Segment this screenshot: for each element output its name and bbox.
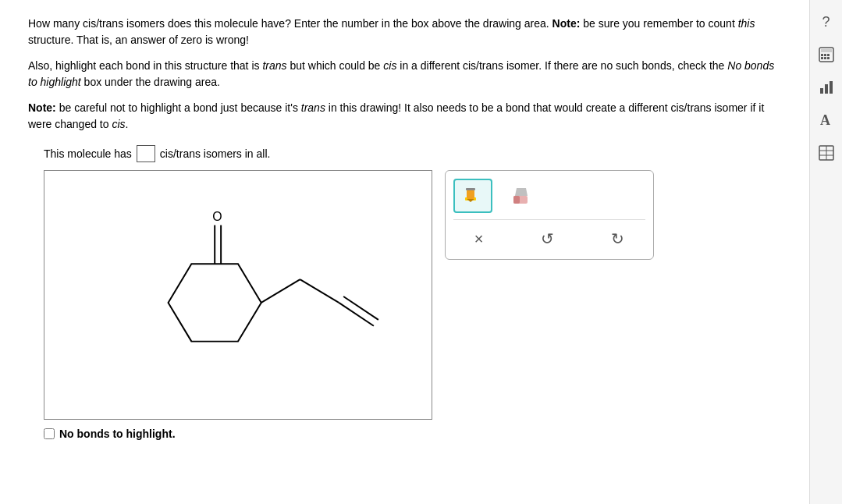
- svg-text:A: A: [820, 112, 830, 128]
- svg-line-4: [261, 279, 300, 303]
- para2-text-2: but which could be: [287, 59, 384, 72]
- this-italic: this: [738, 17, 755, 30]
- question-sidebar-icon[interactable]: ?: [812, 8, 840, 36]
- svg-rect-25: [830, 81, 833, 94]
- svg-rect-16: [821, 49, 832, 52]
- molecule-section: This molecule has cis/trans isomers in a…: [44, 145, 783, 440]
- toolbar-top-row: [453, 179, 645, 213]
- svg-rect-19: [827, 54, 830, 56]
- paragraph-1: How many cis/trans isomers does this mol…: [28, 16, 783, 48]
- toolbar-bottom-row: × ↺ ↻: [453, 219, 645, 251]
- para2-text-4: box under the drawing area.: [81, 76, 220, 88]
- para1-note: be sure you remember to count: [580, 17, 737, 30]
- paragraph-3: Note: be careful not to highlight a bond…: [28, 100, 783, 133]
- isomer-prefix: This molecule has: [44, 147, 132, 160]
- svg-rect-11: [466, 188, 475, 190]
- highlight-icon: [462, 185, 484, 207]
- svg-marker-0: [169, 264, 261, 341]
- para2-text-1: Also, highlight each bond in this struct…: [28, 59, 262, 72]
- note-label-2: Note:: [28, 101, 56, 114]
- isomer-count-input[interactable]: [137, 145, 155, 162]
- text-icon: A: [818, 112, 835, 129]
- drawing-area-wrapper: O: [44, 170, 783, 420]
- clear-button[interactable]: ×: [468, 227, 490, 251]
- calculator-sidebar-icon[interactable]: [812, 41, 840, 69]
- redo-button[interactable]: ↻: [605, 226, 631, 251]
- svg-line-5: [300, 279, 339, 303]
- table-icon: [818, 144, 835, 161]
- paragraph-2: Also, highlight each bond in this struct…: [28, 58, 783, 91]
- trans-italic-2: trans: [301, 101, 325, 114]
- right-sidebar: ? A: [809, 0, 842, 504]
- svg-rect-17: [821, 54, 823, 56]
- chart-sidebar-icon[interactable]: [812, 73, 840, 101]
- svg-rect-13: [513, 196, 520, 204]
- svg-marker-14: [515, 188, 528, 196]
- cis-italic-2: cis: [112, 118, 125, 130]
- cis-italic-1: cis: [383, 59, 396, 72]
- chart-icon: [818, 79, 835, 96]
- eraser-icon: [510, 185, 532, 207]
- isomer-suffix: cis/trans isomers in all.: [160, 147, 271, 160]
- svg-rect-24: [825, 84, 828, 94]
- svg-line-7: [343, 296, 378, 320]
- trans-italic-1: trans: [262, 59, 286, 72]
- no-bonds-checkbox[interactable]: [44, 428, 55, 439]
- svg-rect-20: [821, 57, 823, 59]
- para2-text-3: in a different cis/trans isomer. If ther…: [396, 59, 727, 72]
- table-sidebar-icon[interactable]: [812, 139, 840, 167]
- drawing-canvas[interactable]: O: [44, 170, 432, 420]
- isomer-count-line: This molecule has cis/trans isomers in a…: [44, 145, 783, 162]
- toolbar-panel: × ↺ ↻: [445, 170, 654, 260]
- svg-rect-23: [820, 88, 823, 94]
- eraser-tool-button[interactable]: [502, 179, 541, 213]
- svg-rect-21: [824, 57, 826, 59]
- svg-rect-22: [827, 57, 830, 59]
- molecule-svg: O: [44, 171, 432, 419]
- svg-text:O: O: [212, 210, 222, 223]
- svg-rect-9: [467, 190, 474, 199]
- para1-text: How many cis/trans isomers does this mol…: [28, 17, 552, 30]
- svg-rect-18: [824, 54, 826, 56]
- note-text-2c: .: [126, 118, 129, 130]
- no-bonds-label[interactable]: No bonds to highlight.: [59, 428, 176, 440]
- no-bonds-line: No bonds to highlight.: [44, 428, 783, 440]
- undo-button[interactable]: ↺: [535, 226, 560, 251]
- note-label-1: Note:: [552, 17, 581, 30]
- calculator-icon: [818, 46, 835, 63]
- para1-note-b: structure. That is, an answer of zero is…: [28, 34, 249, 46]
- note-text-2: be careful not to highlight a bond just …: [56, 101, 301, 114]
- highlight-tool-button[interactable]: [453, 179, 492, 213]
- svg-line-6: [339, 303, 374, 326]
- text-sidebar-icon[interactable]: A: [812, 106, 840, 134]
